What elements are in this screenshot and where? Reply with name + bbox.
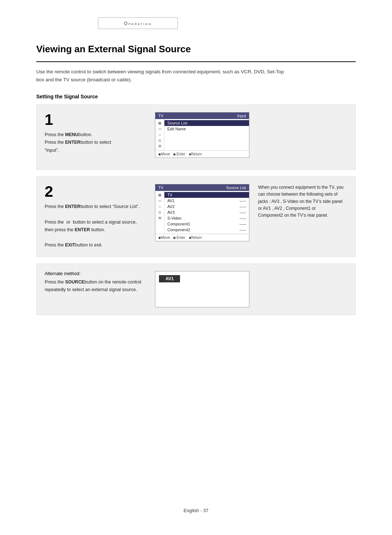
step2-source-list-body: ▩ ▭ ♫ ⚖ ⌘ TV AV1 ----- AV2 bbox=[155, 191, 249, 234]
sl-item-av2: AV2 ----- bbox=[164, 204, 249, 209]
step2-header-right: Source List bbox=[226, 185, 246, 190]
sl-item-av1-status: ----- bbox=[240, 199, 246, 203]
sl-item-svideo-name: S-Video bbox=[167, 216, 181, 220]
tv-icon-grid: ⌘ bbox=[157, 144, 163, 149]
av-badge: AV1 bbox=[159, 275, 180, 282]
sl-icon-antenna: ▩ bbox=[157, 192, 163, 197]
step1-number: 1 bbox=[45, 112, 146, 127]
section-heading: Setting the Signal Source bbox=[36, 94, 356, 99]
step1-line3: “Input”. bbox=[45, 147, 146, 154]
step1-tv-footer: ◆Move ▶Enter ■Return bbox=[155, 150, 249, 158]
step1-instructions: Press the MENUbutton. Press the ENTERbut… bbox=[45, 131, 146, 154]
step1-tv-right-label: Input bbox=[237, 114, 246, 118]
sl-item-av3-status: ----- bbox=[240, 210, 246, 215]
sl-item-svideo: S-Video ----- bbox=[164, 215, 249, 221]
step2-source-list-header: TV Source List bbox=[155, 184, 249, 191]
step2-source-list-screen: TV Source List ▩ ▭ ♫ ⚖ ⌘ TV AV1 bbox=[155, 184, 249, 241]
alternate-left: Alternate method: Press the SOURCEbutton… bbox=[45, 271, 146, 294]
step1-tv-left-label: TV bbox=[158, 114, 163, 118]
sl-item-av3-name: AV3 bbox=[167, 210, 175, 215]
tv-icon-speaker: ♫ bbox=[157, 132, 163, 137]
step1-box: 1 Press the MENUbutton. Press the ENTERb… bbox=[36, 105, 356, 170]
step1-tv-menu-col: Source List Edit Name bbox=[164, 119, 249, 150]
sl-icon-speaker: ♫ bbox=[157, 204, 163, 209]
step1-menu-edit-name: Edit Name bbox=[164, 126, 249, 132]
sl-item-tv: TV bbox=[164, 192, 249, 198]
step1-tv-body: ▩ ▭ ♫ ⚖ ⌘ Source List Edit Name bbox=[155, 119, 249, 150]
alternate-box: Alternate method: Press the SOURCEbutton… bbox=[36, 264, 356, 315]
step1-footer-return: ■Return bbox=[189, 152, 202, 156]
sl-item-comp1: Component1 ----- bbox=[164, 221, 249, 227]
step1-tv-icons-col: ▩ ▭ ♫ ⚖ ⌘ bbox=[155, 119, 164, 150]
av-display: AV1 bbox=[155, 271, 249, 307]
sl-icon-settings: ⚖ bbox=[157, 210, 163, 215]
step1-line2: Press the ENTERbutton to select bbox=[45, 139, 146, 146]
step1-menu-source-list: Source List bbox=[164, 120, 249, 126]
step2-header-left: TV bbox=[158, 185, 163, 190]
page-number: English - 37 bbox=[184, 508, 209, 513]
step1-tv-header: TV Input bbox=[155, 113, 249, 119]
sl-item-comp2-name: Component2 bbox=[167, 228, 190, 232]
intro-text: Use the remote control to switch between… bbox=[36, 68, 290, 83]
step1-line1: Press the MENUbutton. bbox=[45, 131, 146, 139]
step2-source-list-footer: ◆Move ▶Enter ■Return bbox=[155, 234, 249, 241]
step2-line3: Press the EXITbutton to exit. bbox=[45, 241, 146, 249]
tv-icon-settings: ⚖ bbox=[157, 138, 163, 143]
step2-line1: Press the ENTERbutton to select “Source … bbox=[45, 203, 146, 211]
step2-line2: Press the or button to select a signal s… bbox=[45, 219, 146, 234]
sl-item-av2-status: ----- bbox=[240, 204, 246, 209]
sl-item-tv-name: TV bbox=[167, 193, 172, 197]
step1-tv-icons-row: ▩ ▭ ♫ ⚖ ⌘ Source List Edit Name bbox=[155, 119, 249, 150]
sl-item-comp2: Component2 ----- bbox=[164, 227, 249, 233]
main-content: Viewing an External Signal Source Use th… bbox=[36, 44, 356, 322]
step2-box: 2 Press the ENTERbutton to select “Sourc… bbox=[36, 176, 356, 257]
alternate-heading: Alternate method: bbox=[45, 271, 146, 276]
sl-item-av1: AV1 ----- bbox=[164, 198, 249, 204]
sl-footer-move: ◆Move bbox=[158, 236, 170, 240]
operation-label: Operation bbox=[124, 21, 152, 26]
sl-item-comp1-status: ----- bbox=[240, 222, 246, 226]
step2-source-list-icons: ▩ ▭ ♫ ⚖ ⌘ bbox=[155, 191, 164, 234]
sl-icon-monitor: ▭ bbox=[157, 198, 163, 203]
sl-footer-return: ■Return bbox=[189, 236, 202, 240]
operation-header-box: Operation bbox=[98, 17, 178, 29]
title-divider bbox=[36, 61, 356, 62]
step2-side-note: When you connect equipment to the TV, yo… bbox=[258, 184, 345, 219]
step1-left: 1 Press the MENUbutton. Press the ENTERb… bbox=[45, 112, 146, 154]
page-footer: English - 37 bbox=[0, 508, 392, 513]
step2-number: 2 bbox=[45, 184, 146, 199]
alternate-text: Press the SOURCEbutton on the remote con… bbox=[45, 278, 146, 294]
tv-icon-antenna: ▩ bbox=[157, 121, 163, 126]
sl-footer-enter: ▶Enter bbox=[173, 236, 185, 240]
step2-source-list-menu: TV AV1 ----- AV2 ----- AV3 ----- bbox=[164, 191, 249, 234]
sl-icon-grid: ⌘ bbox=[157, 216, 163, 221]
step2-instructions: Press the ENTERbutton to select “Source … bbox=[45, 203, 146, 249]
sl-item-av3: AV3 ----- bbox=[164, 209, 249, 215]
sl-item-comp2-status: ----- bbox=[240, 228, 246, 232]
step2-left: 2 Press the ENTERbutton to select “Sourc… bbox=[45, 184, 146, 249]
sl-item-av2-name: AV2 bbox=[167, 204, 175, 209]
step1-footer-enter: ▶Enter bbox=[173, 152, 185, 156]
step1-tv-screen: TV Input ▩ ▭ ♫ ⚖ ⌘ Source List Edit Name bbox=[155, 112, 249, 158]
sl-item-svideo-status: ----- bbox=[240, 216, 246, 220]
sl-item-av1-name: AV1 bbox=[167, 199, 175, 203]
sl-item-comp1-name: Component1 bbox=[167, 222, 190, 226]
tv-icon-monitor: ▭ bbox=[157, 126, 163, 131]
step1-footer-move: ◆Move bbox=[158, 152, 170, 156]
page-title: Viewing an External Signal Source bbox=[36, 44, 356, 55]
